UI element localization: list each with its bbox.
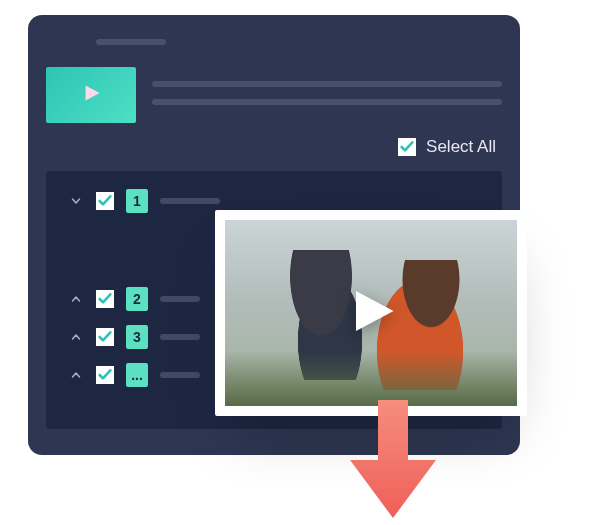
row-checkbox[interactable] — [96, 290, 114, 308]
chevron-up-icon[interactable] — [68, 331, 84, 343]
video-header-row — [46, 67, 502, 123]
grass-foreground — [225, 351, 517, 406]
preview-image — [225, 220, 517, 406]
placeholder-line — [160, 334, 200, 340]
video-thumbnail[interactable] — [46, 67, 136, 123]
row-checkbox[interactable] — [96, 366, 114, 384]
placeholder-line — [160, 296, 200, 302]
chevron-up-icon[interactable] — [68, 369, 84, 381]
episode-badge: 3 — [126, 325, 148, 349]
select-all-label: Select All — [426, 137, 496, 157]
video-preview-card[interactable] — [215, 210, 527, 416]
select-all-checkbox[interactable] — [398, 138, 416, 156]
header-placeholder-line — [96, 39, 166, 45]
chevron-up-icon[interactable] — [68, 293, 84, 305]
episode-badge: 2 — [126, 287, 148, 311]
select-all-row: Select All — [46, 137, 496, 157]
play-icon[interactable] — [341, 281, 401, 345]
episode-badge: 1 — [126, 189, 148, 213]
episode-badge: ... — [126, 363, 148, 387]
placeholder-line — [160, 372, 200, 378]
row-checkbox[interactable] — [96, 192, 114, 210]
chevron-down-icon[interactable] — [68, 195, 84, 207]
play-icon — [78, 80, 104, 110]
placeholder-line — [152, 81, 502, 87]
row-checkbox[interactable] — [96, 328, 114, 346]
download-arrow-icon — [348, 400, 438, 520]
video-title-lines — [152, 81, 502, 105]
placeholder-line — [152, 99, 502, 105]
placeholder-line — [160, 198, 220, 204]
